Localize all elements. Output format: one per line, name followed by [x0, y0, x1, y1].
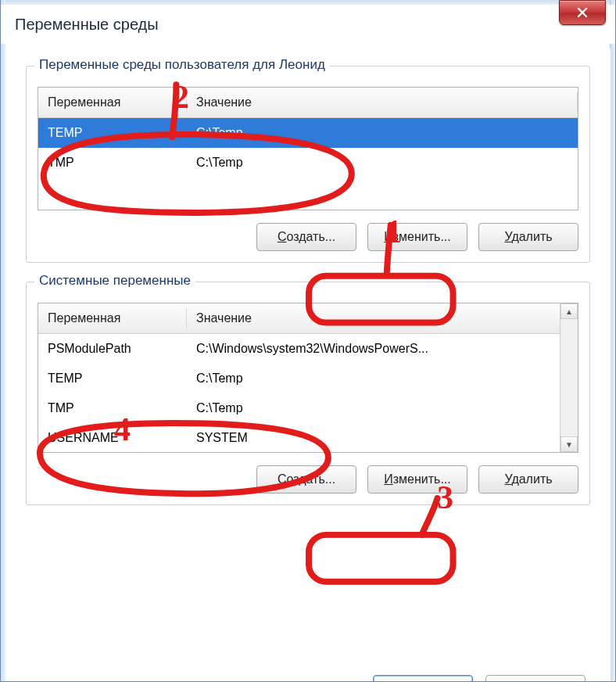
btn-label-tail: зменить... — [393, 230, 451, 243]
btn-label-tail: оздать... — [286, 230, 335, 243]
system-create-button[interactable]: Создать... — [256, 465, 356, 494]
user-vars-list[interactable]: Переменная Значение TEMP C:\Temp TMP C:\… — [38, 87, 578, 210]
system-edit-button[interactable]: Изменить... — [367, 465, 467, 494]
system-vars-list[interactable]: Переменная Значение PSModulePath C:\Wind… — [38, 303, 578, 453]
user-vars-legend: Переменные среды пользователя для Леонид — [34, 57, 330, 73]
user-row-value: C:\Temp — [187, 153, 578, 173]
titlebar: Переменные среды — [1, 5, 615, 44]
scroll-down-button[interactable]: ▼ — [560, 436, 578, 452]
system-row-name: USERNAME — [38, 428, 187, 448]
system-row[interactable]: TMP C:\Temp — [38, 393, 560, 423]
ok-button[interactable]: ОК — [373, 675, 473, 682]
dialog-bottom-buttons: ОК Отмена — [373, 675, 586, 682]
user-edit-button[interactable]: Изменить... — [367, 223, 467, 251]
window-chrome-right — [610, 0, 615, 681]
chevron-up-icon: ▲ — [565, 307, 573, 316]
env-vars-dialog: Переменные среды Переменные среды пользо… — [0, 0, 616, 682]
system-vars-legend: Системные переменные — [34, 273, 195, 289]
btn-label-tail: далить — [511, 472, 552, 486]
system-row-name: TEMP — [38, 368, 187, 389]
chevron-down-icon: ▼ — [565, 440, 573, 449]
system-row-value: C:\Windows\system32\WindowsPowerS... — [187, 339, 560, 359]
system-buttons-row: Создать... Изменить... Удалить — [38, 465, 578, 494]
system-col-value: Значение — [187, 308, 560, 328]
system-row-name: TMP — [38, 398, 187, 418]
user-row-name: TEMP — [38, 123, 187, 143]
user-create-button[interactable]: Создать... — [256, 223, 356, 251]
close-button[interactable] — [559, 0, 606, 25]
system-row-value: C:\Temp — [187, 398, 560, 418]
system-row[interactable]: TEMP C:\Temp — [38, 364, 560, 393]
user-col-name: Переменная — [38, 92, 187, 113]
user-col-value: Значение — [187, 92, 578, 113]
system-list-scrollbar[interactable]: ▲ ▼ — [560, 303, 578, 452]
scroll-up-button[interactable]: ▲ — [560, 303, 578, 319]
system-row[interactable]: USERNAME SYSTEM — [38, 423, 560, 453]
system-row-value: SYSTEM — [187, 428, 560, 448]
user-vars-list-header: Переменная Значение — [38, 88, 578, 118]
user-row-tmp[interactable]: TMP C:\Temp — [38, 148, 578, 178]
system-vars-list-header: Переменная Значение — [38, 303, 560, 334]
user-delete-button[interactable]: Удалить — [478, 223, 578, 251]
system-vars-group: Системные переменные Переменная Значение… — [26, 282, 590, 505]
btn-label-tail: оздать... — [286, 472, 335, 486]
btn-label-tail: далить — [511, 230, 552, 243]
user-row-temp[interactable]: TEMP C:\Temp — [38, 118, 578, 148]
close-icon — [576, 6, 589, 19]
user-row-value: C:\Temp — [187, 123, 578, 143]
user-buttons-row: Создать... Изменить... Удалить — [38, 223, 578, 251]
dialog-client-area: Переменные среды пользователя для Леонид… — [5, 48, 611, 682]
btn-label-tail: зменить... — [393, 472, 451, 486]
system-col-name: Переменная — [38, 308, 187, 328]
user-vars-group: Переменные среды пользователя для Леонид… — [26, 66, 590, 263]
cancel-button[interactable]: Отмена — [485, 675, 586, 682]
system-row[interactable]: PSModulePath C:\Windows\system32\Windows… — [38, 334, 560, 364]
user-row-name: TMP — [38, 153, 187, 173]
system-row-value: C:\Temp — [187, 368, 560, 389]
window-title: Переменные среды — [15, 16, 159, 34]
system-delete-button[interactable]: Удалить — [478, 465, 578, 494]
system-row-name: PSModulePath — [38, 339, 187, 359]
